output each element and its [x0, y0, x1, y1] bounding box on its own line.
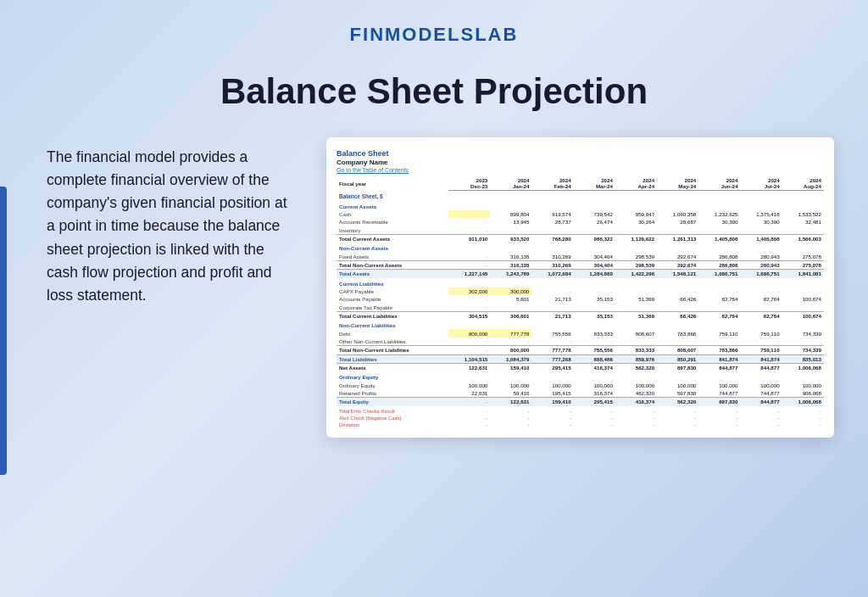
retained-profits-row: Retained Profits 22,631 59,410 195,415 3… [337, 389, 824, 398]
current-liabilities-header-row: Current Liabilities [337, 278, 824, 287]
total-cl-row: Total Current Liabilities 304,515 306,60… [337, 311, 824, 320]
net-assets-row: Net Assets 122,631 159,410 295,415 416,3… [337, 363, 824, 371]
error-check-row: Total Error Checks Result · · - - - - - … [337, 406, 824, 415]
ncl-header-row: Non-Current Liabilities [337, 320, 824, 329]
sheet-link[interactable]: Go to the Table of Contents [337, 167, 824, 173]
alert-check-row: Alert Check (Negative Cash) - - - - - - … [337, 415, 824, 421]
corp-tax-row: Corporate Tax Payable - [337, 304, 824, 312]
brand-logo: FINMODELSLAB [0, 24, 868, 46]
balance-sheet-table: Fiscal year 2023Dec-23 2024Jan-24 2024Fe… [337, 176, 824, 429]
non-current-assets-header-row: Non-Current Assets [337, 243, 824, 252]
page-title-wrap: Balance Sheet Projection [0, 46, 868, 137]
header: FINMODELSLAB [0, 0, 868, 46]
cash-row: Cash 899,804 919,574 739,542 959,847 1,0… [337, 210, 824, 218]
other-ncl-row: Other Non-Current Liabilities - - - - - … [337, 338, 824, 346]
sheet-title: Balance Sheet [337, 149, 824, 158]
capx-payable-row: CAPX Payable 302,000 300,000 - - - - - -… [337, 287, 824, 295]
debt-row: Debt 800,000 777,778 755,556 833,333 808… [337, 329, 824, 337]
sheet-panel: Balance Sheet Company Name Go to the Tab… [326, 137, 834, 438]
page-title: Balance Sheet Projection [0, 71, 868, 112]
equity-header-row: Ordinary Equity [337, 371, 824, 381]
ar-row: Accounts Receivable - 13,945 28,737 26,4… [337, 218, 824, 226]
fixed-assets-row: Fixed Assets - 316,135 310,269 304,404 2… [337, 252, 824, 260]
total-liabilities-row: Total Liabilities 1,104,515 1,084,379 77… [337, 354, 824, 363]
total-ncl-row: Total Non-Current Liabilities - 800,000 … [337, 346, 824, 354]
current-assets-header-row: Current Assets [337, 201, 824, 210]
total-equity-row: Total Equity - 122,631 159,410 295,415 4… [337, 398, 824, 406]
sheet-company: Company Name [337, 159, 824, 166]
content-row: The financial model provides a complete … [0, 137, 868, 438]
total-current-assets-row: Total Current Assets 911,010 933,520 768… [337, 234, 824, 243]
balance-sheet-label: Balance Sheet, $ [337, 191, 824, 201]
total-assets-row: Total Assets 1,227,145 1,243,789 1,072,6… [337, 270, 824, 278]
left-accent-bar [0, 187, 7, 475]
ordinary-equity-row: Ordinary Equity 100,000 100,000 100,000 … [337, 382, 824, 389]
total-nca-row: Total Non-Current Assets - 316,135 310,2… [337, 260, 824, 269]
description-text: The financial model provides a complete … [47, 137, 292, 307]
deviation-row: Deviation - - - - - - - - - [337, 421, 824, 428]
fiscal-year-header: Fiscal year [337, 176, 448, 191]
inventory-row: Inventory - [337, 226, 824, 235]
accounts-payable-row: Accounts Payable - 5,601 21,713 35,153 5… [337, 295, 824, 303]
